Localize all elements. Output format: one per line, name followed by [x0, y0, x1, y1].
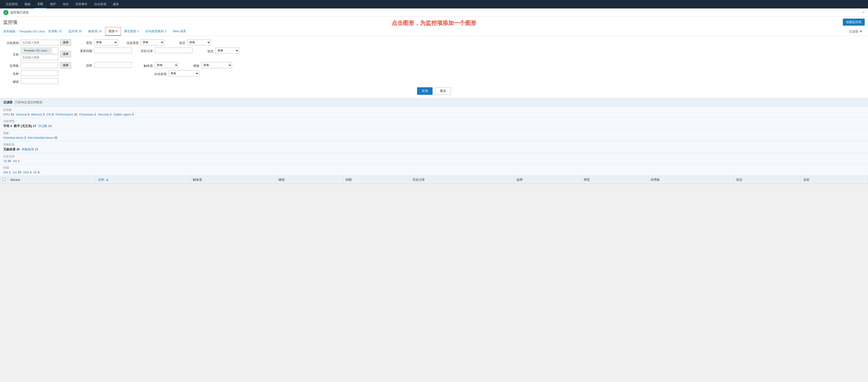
nav-actions[interactable]: 动作 — [59, 0, 72, 8]
nav-auto-discover[interactable]: 自动发现 — [91, 0, 110, 8]
filter-summary-title: 过滤器 — [3, 100, 12, 104]
info-type-label: 信息类型 — [125, 40, 139, 45]
tag-security[interactable]: Security 2 — [98, 113, 112, 116]
filter-name-row: 名称 — [5, 70, 58, 76]
tag-char[interactable]: 字符 4 — [3, 124, 12, 128]
col-history: 历史记录 — [410, 176, 514, 184]
host-tag-text: Template OS Linux — [24, 49, 47, 52]
sort-asc-icon: ▲ — [105, 178, 109, 181]
filter-group-templates: 模板 Inherited items 3 Not inherited items… — [0, 130, 868, 141]
table-header-row: Wizard 名称 ▲ 触发器 键值 间隔 — [0, 176, 868, 184]
breadcrumb-template-name[interactable]: Template OS Linux — [19, 30, 45, 33]
history-label: 历史记录 — [139, 48, 153, 53]
nav-hosts[interactable]: 主机 — [34, 0, 46, 8]
nav-maintenance[interactable]: 维护 — [46, 0, 59, 8]
triggers-group-title: 有触发器 — [3, 142, 865, 147]
col-wizard: Wizard — [8, 176, 96, 184]
history-input[interactable] — [155, 47, 192, 53]
appset-input[interactable] — [21, 63, 58, 68]
tag-1h[interactable]: 1h 9 — [33, 170, 39, 174]
tab-web-scenarios[interactable]: Web 场景 — [169, 27, 189, 36]
host-select-btn[interactable]: 选择 — [60, 51, 71, 57]
tab-items[interactable]: 监控项 35 — [65, 27, 85, 36]
col-type: 类型 — [581, 176, 648, 184]
type-select[interactable]: 所有 — [94, 39, 118, 45]
appsets-tags: CPU 15 General 5 Memory 5 OS 8 Performan… — [3, 113, 865, 116]
tag-3m[interactable]: 3m 1 — [13, 159, 20, 163]
tab-auto-discover-rules[interactable]: 自动发现规则 2 — [142, 27, 169, 36]
breadcrumb-all-templates[interactable]: 所有模板 — [3, 29, 16, 34]
name-label: 名称 — [5, 70, 19, 76]
tag-1m[interactable]: 1m 23 — [13, 170, 21, 174]
info-type-select[interactable]: 所有 — [141, 39, 164, 45]
tag-float[interactable]: 浮点数 14 — [38, 124, 52, 128]
col-interval: 间隔 — [343, 176, 410, 184]
filter-group-appsets: 应用集 CPU 15 General 5 Memory 5 OS 8 Perfo… — [0, 106, 868, 118]
tag-cpu[interactable]: CPU 15 — [3, 113, 14, 116]
tag-memory[interactable]: Memory 5 — [31, 113, 45, 116]
apply-button[interactable]: 应用 — [417, 87, 433, 95]
host-group-input[interactable] — [21, 40, 58, 45]
tag-30s[interactable]: 30s 1 — [3, 170, 11, 174]
filter-group-history: 历史记录 7d 34 3m 1 — [0, 153, 868, 164]
host-input-wrapper: Template OS Linux × — [21, 47, 58, 60]
notification-icon: ✓ — [3, 10, 8, 15]
filter-info-type-row: 信息类型 所有 — [125, 39, 164, 45]
nav-templates[interactable]: 模板 — [21, 0, 34, 8]
breadcrumb: 所有模板 / Template OS Linux — [3, 29, 45, 34]
trigger-select[interactable]: 所有 — [155, 62, 178, 68]
tag-has-trigger[interactable]: 有触发器 15 — [22, 147, 38, 152]
create-item-button[interactable]: 创建监控项 — [843, 19, 865, 26]
select-all-checkbox[interactable] — [2, 178, 5, 181]
tag-inherited[interactable]: Inherited items 3 — [3, 136, 26, 139]
filter-summary-bar: 过滤器 只影响过滤后的数据 — [0, 98, 868, 106]
status-select[interactable]: 所有 — [187, 39, 211, 45]
name-input[interactable] — [21, 70, 58, 76]
tab-aggregate-graphs[interactable]: 聚合图形 1 — [121, 27, 142, 36]
tab-graphs[interactable]: 图形 5 — [105, 27, 121, 36]
filter-status2-row: 状态 所有 — [199, 47, 239, 54]
top-navigation: 主机群组 模板 主机 维护 动作 关联事件 自动发现 服务 — [0, 0, 868, 8]
tag-10m[interactable]: 10m 2 — [23, 170, 32, 174]
auto-discover-select[interactable]: 所有 — [168, 70, 199, 76]
col-trend: 趋势 — [514, 176, 581, 184]
template-label: 模板 — [185, 63, 199, 68]
tag-os[interactable]: OS 8 — [46, 113, 54, 116]
tab-triggers[interactable]: 触发器 15 — [85, 27, 105, 36]
tag-7d[interactable]: 7d 34 — [3, 159, 11, 163]
col-checkbox — [0, 176, 8, 184]
history-group-title: 历史记录 — [3, 155, 865, 159]
nav-related-events[interactable]: 关联事件 — [72, 0, 91, 8]
filter-group-infotypes: 信息类型 字符 4 数字 (无正负) 17 浮点数 14 — [0, 118, 868, 130]
tag-performance[interactable]: Performance 15 — [56, 113, 78, 116]
template-select[interactable]: 所有 — [202, 62, 232, 68]
trend-input[interactable] — [94, 62, 132, 68]
nav-host-groups[interactable]: 主机群组 — [2, 0, 21, 8]
status2-select[interactable]: 所有 — [215, 47, 239, 54]
notification-close-icon[interactable]: × — [863, 10, 865, 14]
filter-appset-row: 应用集 选择 — [5, 62, 71, 68]
col-name[interactable]: 名称 ▲ — [95, 176, 190, 184]
host-search-input[interactable] — [21, 55, 58, 60]
tag-zabbix-agent[interactable]: Zabbix agent 3 — [113, 113, 134, 116]
tag-general[interactable]: General 5 — [16, 113, 29, 116]
reset-button[interactable]: 重设 — [435, 87, 451, 95]
tag-processes[interactable]: Processes 2 — [79, 113, 96, 116]
tag-not-inherited[interactable]: Not inherited items 32 — [28, 136, 57, 139]
appset-select-btn[interactable]: 选择 — [60, 62, 71, 68]
host-group-select-btn[interactable]: 选择 — [60, 39, 71, 45]
host-tag-close[interactable]: × — [48, 49, 50, 52]
filter-summary-note: 只影响过滤后的数据 — [15, 100, 42, 104]
tag-non-negative[interactable]: 数字 (无正负) 17 — [14, 124, 36, 128]
history-tags: 7d 34 3m 1 — [3, 159, 865, 163]
key-input[interactable] — [21, 78, 58, 84]
nav-services[interactable]: 服务 — [110, 0, 122, 8]
triggers-tags: 无触发器 20 有触发器 15 — [3, 147, 865, 152]
tag-no-trigger[interactable]: 无触发器 20 — [3, 147, 20, 152]
col-key: 键值 — [276, 176, 343, 184]
tab-app-sets[interactable]: 应用集 10 — [45, 27, 65, 36]
update-interval-input[interactable] — [94, 47, 132, 53]
filter-trigger-row: 触发器 所有 — [139, 62, 178, 68]
page-title: 监控项 — [3, 19, 18, 25]
filter-toggle-btn[interactable]: 过滤器 ▼ — [847, 28, 865, 35]
